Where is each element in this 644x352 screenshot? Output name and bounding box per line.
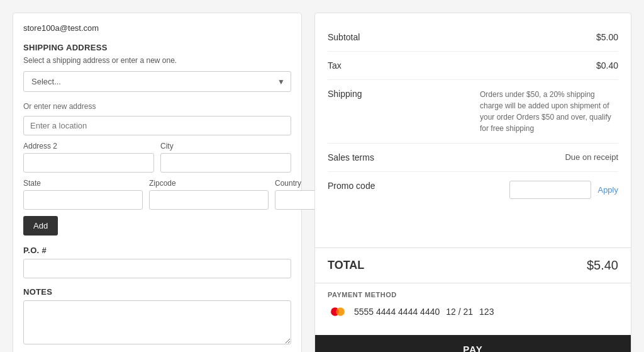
address2-city-row: Address 2 City <box>23 142 291 173</box>
zipcode-group: Zipcode <box>149 179 269 210</box>
state-zip-country-row: State Zipcode Country <box>23 179 291 210</box>
total-value: $5.40 <box>587 258 618 273</box>
total-label: TOTAL <box>328 259 364 272</box>
po-input[interactable] <box>23 259 291 278</box>
promo-input-row: Apply <box>509 181 618 199</box>
mastercard-icon <box>328 305 348 319</box>
address-select-wrapper: Select... ▼ <box>23 71 291 92</box>
tax-label: Tax <box>328 60 341 71</box>
add-address-button[interactable]: Add <box>23 216 58 236</box>
zipcode-input[interactable] <box>149 190 269 210</box>
shipping-section-title: SHIPPING ADDRESS <box>23 43 291 52</box>
payment-section: PAYMENT METHOD 5555 4444 4444 4440 12 / … <box>315 283 631 335</box>
payment-card-row: 5555 4444 4444 4440 12 / 21 123 <box>328 305 618 319</box>
state-input[interactable] <box>23 190 143 210</box>
card-number: 5555 4444 4444 4440 <box>354 307 440 317</box>
order-summary: Subtotal $5.00 Tax $0.40 Shipping Orders… <box>315 13 631 247</box>
payment-title: PAYMENT METHOD <box>328 291 618 298</box>
location-input[interactable] <box>23 116 291 135</box>
po-label: P.O. # <box>23 246 291 255</box>
address-select[interactable]: Select... <box>23 71 291 92</box>
promo-section: Apply <box>509 181 618 199</box>
notes-textarea[interactable] <box>23 300 291 344</box>
notes-label: NOTES <box>23 287 291 297</box>
shipping-subtitle: Select a shipping address or enter a new… <box>23 56 291 65</box>
shipping-row: Shipping Orders under $50, a 20% shippin… <box>328 80 618 144</box>
apply-promo-button[interactable]: Apply <box>597 185 618 195</box>
address2-label: Address 2 <box>23 142 154 150</box>
notes-section: NOTES <box>23 287 291 347</box>
total-section: TOTAL $5.40 <box>315 247 631 283</box>
pay-button[interactable]: PAY <box>315 335 631 352</box>
promo-row: Promo code Apply <box>328 172 618 208</box>
subtotal-value: $5.00 <box>596 32 618 42</box>
address2-group: Address 2 <box>23 142 154 173</box>
subtotal-row: Subtotal $5.00 <box>328 23 618 52</box>
or-enter-label: Or enter new address <box>23 102 291 111</box>
shipping-description: Orders under $50, a 20% shipping charge … <box>480 89 618 134</box>
state-label: State <box>23 179 143 188</box>
card-cvv: 123 <box>479 307 494 317</box>
state-group: State <box>23 179 143 210</box>
user-email: store100a@test.com <box>23 23 291 33</box>
city-label: City <box>160 142 291 150</box>
sales-terms-value: Due on receipt <box>565 152 618 162</box>
tax-row: Tax $0.40 <box>328 52 618 80</box>
sales-terms-label: Sales terms <box>328 152 374 162</box>
promo-code-label: Promo code <box>328 181 375 191</box>
subtotal-label: Subtotal <box>328 32 360 42</box>
card-expiry: 12 / 21 <box>446 307 473 317</box>
shipping-label: Shipping <box>328 89 362 99</box>
sales-terms-row: Sales terms Due on receipt <box>328 144 618 172</box>
shipping-panel: store100a@test.com SHIPPING ADDRESS Sele… <box>13 13 302 352</box>
promo-code-input[interactable] <box>509 181 591 199</box>
address2-input[interactable] <box>23 153 154 173</box>
po-section: P.O. # <box>23 246 291 278</box>
city-input[interactable] <box>160 153 291 173</box>
tax-value: $0.40 <box>596 60 618 71</box>
zipcode-label: Zipcode <box>149 179 269 188</box>
order-summary-panel: Subtotal $5.00 Tax $0.40 Shipping Orders… <box>314 13 631 352</box>
city-group: City <box>160 142 291 173</box>
